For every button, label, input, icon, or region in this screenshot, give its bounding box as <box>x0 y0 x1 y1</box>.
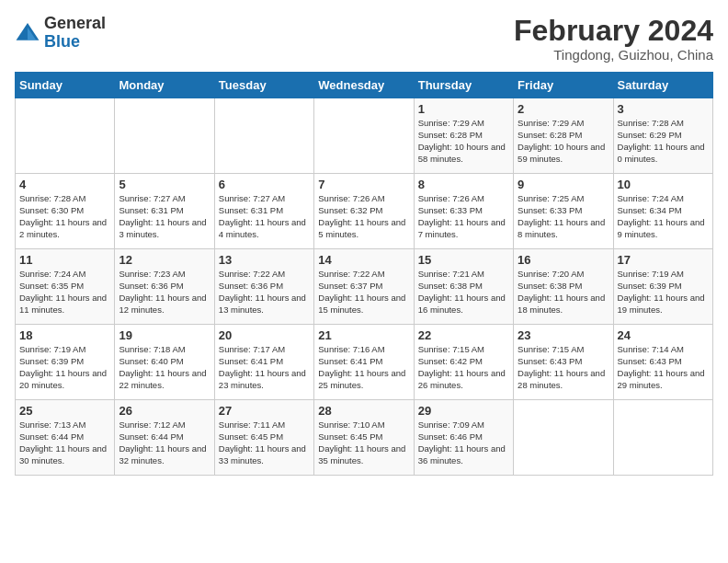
day-number: 12 <box>119 253 210 267</box>
calendar-cell: 26Sunrise: 7:12 AM Sunset: 6:44 PM Dayli… <box>115 400 214 476</box>
calendar-cell: 22Sunrise: 7:15 AM Sunset: 6:42 PM Dayli… <box>414 325 513 400</box>
day-number: 24 <box>618 328 709 342</box>
weekday-header-saturday: Saturday <box>613 73 712 98</box>
day-info: Sunrise: 7:12 AM Sunset: 6:44 PM Dayligh… <box>119 419 210 466</box>
calendar-week-row: 4Sunrise: 7:28 AM Sunset: 6:30 PM Daylig… <box>16 174 713 249</box>
day-info: Sunrise: 7:27 AM Sunset: 6:31 PM Dayligh… <box>219 193 310 240</box>
day-number: 2 <box>518 102 609 116</box>
logo-icon <box>15 20 40 46</box>
day-info: Sunrise: 7:24 AM Sunset: 6:34 PM Dayligh… <box>618 193 709 240</box>
calendar-cell: 21Sunrise: 7:16 AM Sunset: 6:41 PM Dayli… <box>314 325 414 400</box>
calendar-cell: 6Sunrise: 7:27 AM Sunset: 6:31 PM Daylig… <box>214 174 313 249</box>
day-info: Sunrise: 7:29 AM Sunset: 6:28 PM Dayligh… <box>518 118 609 165</box>
calendar-cell: 17Sunrise: 7:19 AM Sunset: 6:39 PM Dayli… <box>613 249 712 325</box>
day-number: 19 <box>119 328 210 342</box>
weekday-header-monday: Monday <box>115 73 214 98</box>
calendar-cell: 14Sunrise: 7:22 AM Sunset: 6:37 PM Dayli… <box>314 249 414 325</box>
day-info: Sunrise: 7:09 AM Sunset: 6:46 PM Dayligh… <box>418 419 509 466</box>
calendar-header: General Blue February 2024 Tingdong, Gui… <box>15 15 713 63</box>
day-info: Sunrise: 7:19 AM Sunset: 6:39 PM Dayligh… <box>19 344 110 391</box>
calendar-cell <box>514 400 613 476</box>
title-block: February 2024 Tingdong, Guizhou, China <box>514 15 713 63</box>
day-info: Sunrise: 7:19 AM Sunset: 6:39 PM Dayligh… <box>618 269 709 316</box>
day-info: Sunrise: 7:22 AM Sunset: 6:36 PM Dayligh… <box>219 269 310 316</box>
calendar-cell: 8Sunrise: 7:26 AM Sunset: 6:33 PM Daylig… <box>414 174 513 249</box>
day-number: 9 <box>518 178 609 191</box>
day-info: Sunrise: 7:10 AM Sunset: 6:45 PM Dayligh… <box>318 419 409 466</box>
day-number: 28 <box>318 404 409 418</box>
calendar-cell: 15Sunrise: 7:21 AM Sunset: 6:38 PM Dayli… <box>414 249 513 325</box>
day-number: 7 <box>318 178 409 191</box>
day-number: 21 <box>318 328 409 342</box>
calendar-thead: SundayMondayTuesdayWednesdayThursdayFrid… <box>16 73 713 98</box>
day-info: Sunrise: 7:23 AM Sunset: 6:36 PM Dayligh… <box>119 269 210 316</box>
day-info: Sunrise: 7:22 AM Sunset: 6:37 PM Dayligh… <box>318 269 409 316</box>
day-number: 29 <box>418 404 509 418</box>
calendar-cell <box>16 98 115 174</box>
day-number: 10 <box>618 178 709 191</box>
calendar-cell: 29Sunrise: 7:09 AM Sunset: 6:46 PM Dayli… <box>414 400 513 476</box>
calendar-cell: 10Sunrise: 7:24 AM Sunset: 6:34 PM Dayli… <box>613 174 712 249</box>
day-info: Sunrise: 7:25 AM Sunset: 6:33 PM Dayligh… <box>518 193 609 240</box>
day-number: 18 <box>19 328 110 342</box>
calendar-cell: 5Sunrise: 7:27 AM Sunset: 6:31 PM Daylig… <box>115 174 214 249</box>
day-info: Sunrise: 7:24 AM Sunset: 6:35 PM Dayligh… <box>19 269 110 316</box>
calendar-cell: 12Sunrise: 7:23 AM Sunset: 6:36 PM Dayli… <box>115 249 214 325</box>
calendar-cell: 23Sunrise: 7:15 AM Sunset: 6:43 PM Dayli… <box>514 325 613 400</box>
calendar-cell: 11Sunrise: 7:24 AM Sunset: 6:35 PM Dayli… <box>16 249 115 325</box>
month-year: February 2024 <box>514 15 713 47</box>
day-info: Sunrise: 7:21 AM Sunset: 6:38 PM Dayligh… <box>418 269 509 316</box>
calendar-cell: 28Sunrise: 7:10 AM Sunset: 6:45 PM Dayli… <box>314 400 414 476</box>
calendar-cell: 20Sunrise: 7:17 AM Sunset: 6:41 PM Dayli… <box>214 325 313 400</box>
day-number: 6 <box>219 178 310 191</box>
day-info: Sunrise: 7:18 AM Sunset: 6:40 PM Dayligh… <box>119 344 210 391</box>
day-number: 4 <box>19 178 110 191</box>
day-info: Sunrise: 7:13 AM Sunset: 6:44 PM Dayligh… <box>19 419 110 466</box>
logo-general: General <box>44 14 106 32</box>
calendar-cell: 3Sunrise: 7:28 AM Sunset: 6:29 PM Daylig… <box>613 98 712 174</box>
day-info: Sunrise: 7:17 AM Sunset: 6:41 PM Dayligh… <box>219 344 310 391</box>
day-info: Sunrise: 7:16 AM Sunset: 6:41 PM Dayligh… <box>318 344 409 391</box>
location: Tingdong, Guizhou, China <box>514 47 713 63</box>
day-number: 23 <box>518 328 609 342</box>
day-info: Sunrise: 7:15 AM Sunset: 6:42 PM Dayligh… <box>418 344 509 391</box>
day-info: Sunrise: 7:26 AM Sunset: 6:33 PM Dayligh… <box>418 193 509 240</box>
day-number: 13 <box>219 253 310 267</box>
day-number: 25 <box>19 404 110 418</box>
calendar-table: SundayMondayTuesdayWednesdayThursdayFrid… <box>15 72 713 476</box>
weekday-header-friday: Friday <box>514 73 613 98</box>
day-info: Sunrise: 7:11 AM Sunset: 6:45 PM Dayligh… <box>219 419 310 466</box>
day-info: Sunrise: 7:20 AM Sunset: 6:38 PM Dayligh… <box>518 269 609 316</box>
calendar-cell <box>115 98 214 174</box>
day-info: Sunrise: 7:14 AM Sunset: 6:43 PM Dayligh… <box>618 344 709 391</box>
calendar-cell <box>214 98 313 174</box>
day-number: 15 <box>418 253 509 267</box>
calendar-cell: 27Sunrise: 7:11 AM Sunset: 6:45 PM Dayli… <box>214 400 313 476</box>
calendar-week-row: 1Sunrise: 7:29 AM Sunset: 6:28 PM Daylig… <box>16 98 713 174</box>
calendar-cell: 16Sunrise: 7:20 AM Sunset: 6:38 PM Dayli… <box>514 249 613 325</box>
day-info: Sunrise: 7:15 AM Sunset: 6:43 PM Dayligh… <box>518 344 609 391</box>
day-number: 22 <box>418 328 509 342</box>
day-number: 27 <box>219 404 310 418</box>
calendar-cell: 4Sunrise: 7:28 AM Sunset: 6:30 PM Daylig… <box>16 174 115 249</box>
calendar-cell: 7Sunrise: 7:26 AM Sunset: 6:32 PM Daylig… <box>314 174 414 249</box>
calendar-cell <box>613 400 712 476</box>
calendar-cell <box>314 98 414 174</box>
calendar-cell: 13Sunrise: 7:22 AM Sunset: 6:36 PM Dayli… <box>214 249 313 325</box>
day-number: 16 <box>518 253 609 267</box>
calendar-week-row: 18Sunrise: 7:19 AM Sunset: 6:39 PM Dayli… <box>16 325 713 400</box>
day-number: 26 <box>119 404 210 418</box>
day-number: 11 <box>19 253 110 267</box>
calendar-week-row: 11Sunrise: 7:24 AM Sunset: 6:35 PM Dayli… <box>16 249 713 325</box>
day-info: Sunrise: 7:28 AM Sunset: 6:29 PM Dayligh… <box>618 118 709 165</box>
calendar-cell: 24Sunrise: 7:14 AM Sunset: 6:43 PM Dayli… <box>613 325 712 400</box>
weekday-header-sunday: Sunday <box>16 73 115 98</box>
day-info: Sunrise: 7:28 AM Sunset: 6:30 PM Dayligh… <box>19 193 110 240</box>
day-number: 3 <box>618 102 709 116</box>
day-info: Sunrise: 7:29 AM Sunset: 6:28 PM Dayligh… <box>418 118 509 165</box>
day-number: 17 <box>618 253 709 267</box>
weekday-header-thursday: Thursday <box>414 73 513 98</box>
weekday-header-row: SundayMondayTuesdayWednesdayThursdayFrid… <box>16 73 713 98</box>
calendar-cell: 18Sunrise: 7:19 AM Sunset: 6:39 PM Dayli… <box>16 325 115 400</box>
calendar-cell: 1Sunrise: 7:29 AM Sunset: 6:28 PM Daylig… <box>414 98 513 174</box>
